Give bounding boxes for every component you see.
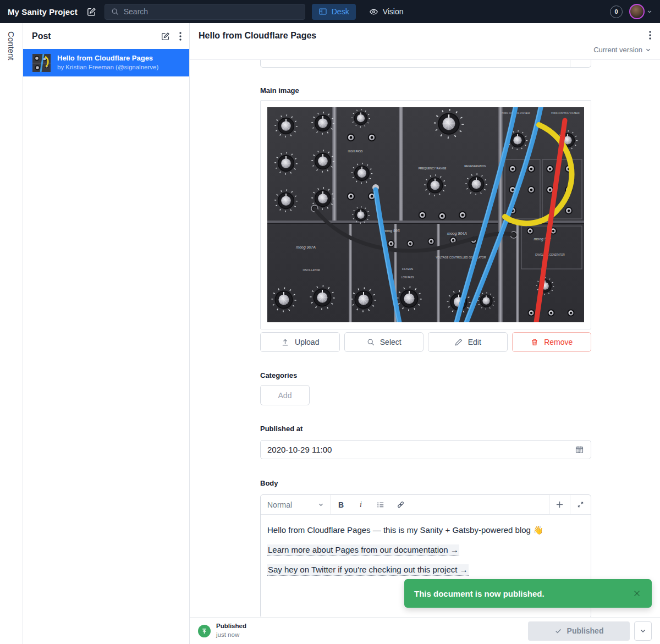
select-label: Select — [380, 338, 402, 346]
svg-text:REGENERATION: REGENERATION — [464, 164, 486, 168]
search-icon — [366, 338, 375, 346]
upload-icon — [280, 338, 290, 347]
insert-block-icon[interactable] — [549, 495, 570, 514]
main-layout: Content Post Hello from Cloudflare Pages — [0, 23, 660, 644]
field-label-categories: Categories — [260, 371, 591, 379]
list-item-title: Hello from Cloudflare Pages — [57, 53, 158, 63]
remove-button[interactable]: Remove — [512, 332, 592, 352]
bullet-list-icon[interactable] — [371, 495, 391, 514]
list-item[interactable]: Hello from Cloudflare Pages by Kristian … — [23, 49, 189, 76]
top-navbar: My Sanity Project Desk Vision 0 — [0, 0, 660, 23]
document-form: Main image — [190, 60, 660, 617]
body-paragraph: Hello from Cloudflare Pages — this is my… — [267, 524, 584, 536]
image-actions: Upload Select Edit Remove — [260, 332, 591, 352]
add-category-button[interactable]: Add — [260, 385, 310, 405]
search-icon — [111, 7, 119, 16]
italic-button[interactable]: i — [351, 495, 371, 514]
svg-text:FILTERS: FILTERS — [402, 267, 414, 271]
edit-label: Edit — [468, 338, 481, 346]
svg-text:FIXED CONTROL VOLTAGE: FIXED CONTROL VOLTAGE — [551, 112, 580, 114]
field-label-main-image: Main image — [260, 86, 591, 95]
editor-toolbar: Normal B i — [261, 495, 591, 515]
published-at-field — [260, 440, 591, 459]
sanity-studio: My Sanity Project Desk Vision 0 Content — [0, 0, 660, 644]
title-field-partial[interactable] — [260, 60, 591, 68]
rail-label: Content — [7, 31, 16, 644]
published-at-input[interactable] — [267, 445, 569, 454]
avatar — [629, 4, 645, 19]
toast-message: This document is now published. — [414, 589, 544, 598]
bold-button[interactable]: B — [331, 495, 351, 514]
remove-label: Remove — [544, 338, 573, 346]
svg-text:LOW PASS: LOW PASS — [401, 276, 414, 279]
body-paragraph: Learn more about Pages from our document… — [267, 544, 584, 555]
publish-status-icon — [198, 625, 211, 637]
edit-button[interactable]: Edit — [428, 332, 508, 352]
post-list-panel: Post Hello from Cloudflare Pages by Kris… — [23, 23, 190, 644]
toast: This document is now published. — [404, 579, 652, 608]
version-label: Current version — [593, 46, 642, 54]
text-style-value: Normal — [267, 500, 292, 509]
project-title[interactable]: My Sanity Project — [8, 7, 78, 16]
svg-text:moog 995: moog 995 — [382, 229, 399, 233]
body-link[interactable]: Say hey on Twitter if you're checking ou… — [267, 564, 469, 576]
desk-panes-icon — [318, 7, 327, 16]
svg-text:HIGH PASS: HIGH PASS — [348, 150, 364, 153]
document-thumbnail — [32, 54, 51, 72]
search-input[interactable] — [124, 7, 299, 16]
version-selector[interactable]: Current version — [199, 41, 651, 59]
publish-status-title: Published — [216, 622, 246, 631]
expand-icon[interactable] — [570, 495, 591, 514]
upload-label: Upload — [295, 338, 319, 346]
publish-button-label: Published — [567, 626, 604, 635]
publish-status-time: just now — [216, 631, 246, 640]
status-badge[interactable]: 0 — [610, 5, 623, 18]
chevron-down-icon — [645, 47, 651, 53]
svg-text:moog 907A: moog 907A — [296, 245, 316, 250]
svg-text:ENVELOPE GENERATOR: ENVELOPE GENERATOR — [535, 254, 565, 256]
close-icon[interactable] — [632, 588, 642, 598]
document-menu-icon[interactable] — [649, 31, 651, 40]
page-title: Hello from Cloudflare Pages — [199, 31, 649, 41]
panel-menu-icon[interactable] — [179, 32, 182, 41]
chevron-down-icon — [647, 9, 652, 14]
field-divider — [570, 60, 570, 67]
tab-vision[interactable]: Vision — [362, 4, 410, 20]
tab-desk-label: Desk — [332, 7, 349, 16]
document-header: Hello from Cloudflare Pages Current vers… — [190, 23, 660, 60]
list-item-subtitle: by Kristian Freeman (@signalnerve) — [57, 63, 158, 72]
search-box[interactable] — [105, 4, 305, 20]
body-link[interactable]: Learn more about Pages from our document… — [267, 544, 459, 556]
main-image-photo: HIGH PASS FREQUENCY RANGE REGENERATION F… — [267, 107, 584, 322]
tab-vision-label: Vision — [383, 7, 404, 16]
field-label-published-at: Published at — [260, 425, 591, 433]
list-item-text: Hello from Cloudflare Pages by Kristian … — [57, 53, 158, 71]
panel-title: Post — [32, 31, 152, 41]
eye-icon — [369, 7, 378, 16]
content-rail[interactable]: Content — [0, 23, 23, 644]
field-label-body: Body — [260, 479, 591, 487]
select-button[interactable]: Select — [344, 332, 424, 352]
text-style-select[interactable]: Normal — [261, 495, 331, 514]
check-icon — [554, 627, 562, 635]
publish-status[interactable]: Published just now — [216, 622, 246, 639]
user-menu[interactable] — [629, 4, 652, 19]
publish-button[interactable]: Published — [528, 621, 630, 641]
tab-desk[interactable]: Desk — [312, 4, 356, 20]
upload-button[interactable]: Upload — [260, 332, 340, 352]
chevron-down-icon — [318, 502, 324, 508]
pencil-icon — [454, 338, 463, 346]
calendar-icon[interactable] — [575, 445, 584, 454]
svg-text:VOLTAGE CONTROLLED OSCILLATOR: VOLTAGE CONTROLLED OSCILLATOR — [436, 256, 486, 259]
document-footer: Published just now Published — [190, 617, 660, 644]
post-panel-header: Post — [23, 23, 189, 49]
compose-icon[interactable] — [86, 7, 97, 17]
trash-icon — [530, 338, 539, 346]
main-image-preview[interactable]: HIGH PASS FREQUENCY RANGE REGENERATION F… — [260, 100, 591, 329]
new-document-icon[interactable] — [161, 31, 170, 41]
body-paragraph: Say hey on Twitter if you're checking ou… — [267, 564, 584, 575]
svg-text:FREQUENCY RANGE: FREQUENCY RANGE — [419, 167, 447, 170]
publish-menu-button[interactable] — [634, 621, 652, 641]
link-icon[interactable] — [391, 495, 410, 514]
svg-text:OSCILLATOR: OSCILLATOR — [302, 268, 320, 272]
